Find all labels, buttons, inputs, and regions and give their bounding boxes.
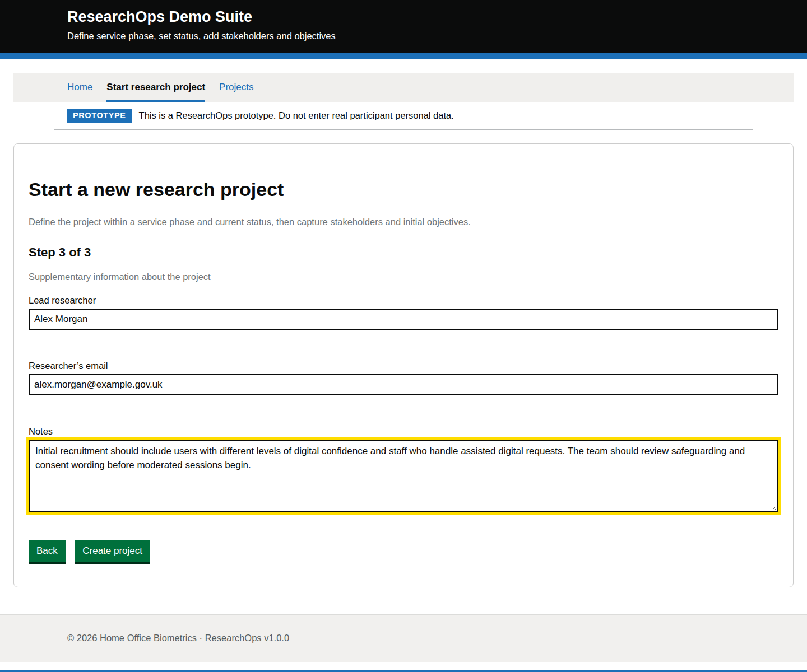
page-description: Define the project within a service phas… xyxy=(29,217,778,227)
researcher-email-label: Researcher’s email xyxy=(29,361,778,371)
step-description: Supplementary information about the proj… xyxy=(29,272,778,282)
app-footer: © 2026 Home Office Biometrics · Research… xyxy=(0,614,807,662)
main-card: Start a new research project Define the … xyxy=(13,143,794,587)
app-subtitle: Define service phase, set status, add st… xyxy=(67,31,740,42)
button-row: Back Create project xyxy=(29,540,778,562)
notes-group: Notes Initial recruitment should include… xyxy=(29,426,778,512)
lead-researcher-group: Lead researcher xyxy=(29,295,778,330)
app-header: ResearchOps Demo Suite Define service ph… xyxy=(0,0,807,53)
notes-label: Notes xyxy=(29,426,778,437)
step-heading: Step 3 of 3 xyxy=(29,245,778,260)
researcher-email-group: Researcher’s email xyxy=(29,361,778,395)
banner-divider xyxy=(54,129,753,130)
nav-item-start-research-project[interactable]: Start research project xyxy=(106,73,205,102)
prototype-badge: PROTOTYPE xyxy=(67,109,132,123)
footer-accent-bar xyxy=(0,670,807,672)
lead-researcher-label: Lead researcher xyxy=(29,295,778,306)
app-title: ResearchOps Demo Suite xyxy=(67,8,740,26)
researcher-email-input[interactable] xyxy=(29,374,778,395)
main-nav: Home Start research project Projects xyxy=(13,73,794,102)
header-accent-bar xyxy=(0,53,807,59)
footer-text: © 2026 Home Office Biometrics · Research… xyxy=(67,633,807,643)
phase-banner: PROTOTYPE This is a ResearchOps prototyp… xyxy=(67,109,740,123)
nav-item-home[interactable]: Home xyxy=(67,73,92,102)
prototype-banner-text: This is a ResearchOps prototype. Do not … xyxy=(139,110,454,121)
notes-textarea[interactable]: Initial recruitment should include users… xyxy=(29,440,778,512)
page-title: Start a new research project xyxy=(29,179,778,200)
back-button[interactable]: Back xyxy=(29,540,66,562)
create-project-button[interactable]: Create project xyxy=(75,540,150,562)
lead-researcher-input[interactable] xyxy=(29,309,778,330)
nav-item-projects[interactable]: Projects xyxy=(219,73,253,102)
